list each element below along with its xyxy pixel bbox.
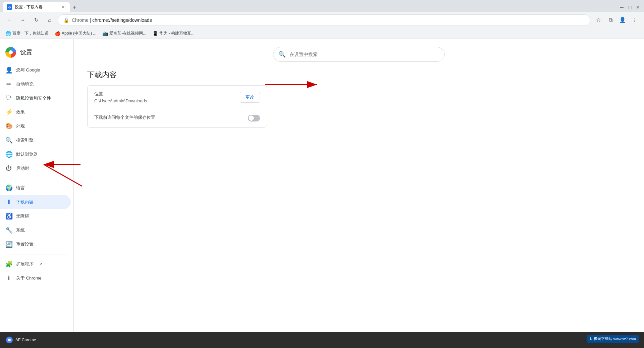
settings-search-wrapper: 🔍 <box>273 47 445 62</box>
content-area: 🔍 下载内容 位置 C:\Users\admin\Downloads 更改 <box>74 39 644 332</box>
taskbar-af-chrome[interactable]: AF Chrome <box>3 335 39 345</box>
sidebar-item-performance[interactable]: ⚡ 效果 <box>0 105 71 119</box>
sidebar-header: 设置 <box>0 44 73 63</box>
sidebar-item-downloads-label: 下载内容 <box>16 199 34 205</box>
watermark: ⬇ 极光下载站 www.xz7.com <box>587 335 639 343</box>
sidebar-item-autofill-label: 自动填充 <box>16 81 34 87</box>
back-button[interactable]: ← <box>4 15 15 26</box>
bookmark-baidu-label: 百度一下，你就知道 <box>12 31 49 36</box>
sidebar-item-privacy-label: 隐私设置和安全性 <box>16 95 51 101</box>
bookmark-iqiyi[interactable]: 📺 爱奇艺-在线视频网... <box>100 29 149 38</box>
main-content: 设置 👤 您与 Google ✏ 自动填充 🛡 隐私设置和安全性 ⚡ 效果 🎨 … <box>0 39 644 332</box>
bookmark-baidu-icon: 🌐 <box>5 31 11 36</box>
sidebar-item-about[interactable]: ℹ 关于 Chrome <box>0 271 71 285</box>
tab-title: 设置 - 下载内容 <box>15 4 58 10</box>
maximize-button[interactable]: □ <box>627 4 633 11</box>
page-title: 下载内容 <box>87 70 631 80</box>
bookmark-huawei[interactable]: 📱 华为 - 构建万物互... <box>150 29 197 38</box>
bookmark-apple[interactable]: 🍎 Apple (中国大陆) ... <box>52 29 99 38</box>
ask-save-row: 下载前询问每个文件的保存位置 <box>88 109 267 127</box>
taskbar-af-chrome-label: AF Chrome <box>15 338 36 342</box>
home-button[interactable]: ⌂ <box>44 15 55 26</box>
profile-button[interactable]: 👤 <box>617 15 628 26</box>
tab-close-button[interactable]: ✕ <box>60 4 66 10</box>
accessibility-icon: ♿ <box>5 212 12 220</box>
title-bar: ⚙ 设置 - 下载内容 ✕ + ─ □ ✕ <box>0 0 644 12</box>
startup-icon: ⏻ <box>5 165 12 172</box>
sidebar-item-reset[interactable]: 🔄 重置设置 <box>0 237 71 251</box>
active-tab[interactable]: ⚙ 设置 - 下载内容 ✕ <box>3 2 70 12</box>
sidebar-item-autofill[interactable]: ✏ 自动填充 <box>0 77 71 91</box>
sidebar-item-accessibility[interactable]: ♿ 无障碍 <box>0 209 71 223</box>
bookmark-apple-label: Apple (中国大陆) ... <box>62 31 96 36</box>
sidebar-item-default-browser[interactable]: 🌐 默认浏览器 <box>0 147 71 161</box>
sidebar-item-language-label: 语言 <box>16 185 25 191</box>
reset-icon: 🔄 <box>5 241 12 248</box>
search-engine-icon: 🔍 <box>5 137 12 144</box>
toolbar: ← → ↻ ⌂ 🔒 Chrome | chrome://settings/dow… <box>0 12 644 28</box>
settings-search-icon: 🔍 <box>278 51 286 58</box>
tab-bar: ⚙ 设置 - 下载内容 ✕ + <box>3 2 619 12</box>
external-link-icon: ↗ <box>39 262 42 266</box>
sidebar-item-extensions[interactable]: 🧩 扩展程序 ↗ <box>0 257 71 271</box>
sidebar-item-google[interactable]: 👤 您与 Google <box>0 63 71 77</box>
toolbar-actions: ☆ ⧉ 👤 ⋮ <box>593 15 640 26</box>
sidebar-item-about-label: 关于 Chrome <box>16 275 42 281</box>
taskbar-chrome-icon <box>5 336 13 344</box>
settings-title: 设置 <box>20 48 32 56</box>
sidebar-item-language[interactable]: 🌍 语言 <box>0 181 71 195</box>
system-icon: 🔧 <box>5 227 12 234</box>
sidebar-item-performance-label: 效果 <box>16 109 25 115</box>
sidebar-item-google-label: 您与 Google <box>16 67 40 73</box>
location-value: C:\Users\admin\Downloads <box>94 98 240 103</box>
location-label: 位置 <box>94 91 240 97</box>
new-tab-button[interactable]: + <box>70 3 79 12</box>
sidebar-item-privacy[interactable]: 🛡 隐私设置和安全性 <box>0 91 71 105</box>
split-screen-button[interactable]: ⧉ <box>605 15 616 26</box>
secure-icon: 🔒 <box>63 17 69 23</box>
privacy-icon: 🛡 <box>5 95 12 102</box>
address-text: Chrome | chrome://settings/downloads <box>72 17 585 23</box>
close-button[interactable]: ✕ <box>635 4 641 11</box>
sidebar-item-startup-label: 启动时 <box>16 165 29 171</box>
bookmark-baidu[interactable]: 🌐 百度一下，你就知道 <box>3 29 51 38</box>
address-bar[interactable]: 🔒 Chrome | chrome://settings/downloads <box>58 14 590 26</box>
watermark-icon: ⬇ <box>589 337 592 341</box>
sidebar-item-system[interactable]: 🔧 系统 <box>0 223 71 237</box>
sidebar-item-reset-label: 重置设置 <box>16 241 34 247</box>
sidebar: 设置 👤 您与 Google ✏ 自动填充 🛡 隐私设置和安全性 ⚡ 效果 🎨 … <box>0 39 74 332</box>
menu-button[interactable]: ⋮ <box>629 15 640 26</box>
autofill-icon: ✏ <box>5 81 12 88</box>
extensions-icon: 🧩 <box>5 260 12 268</box>
address-url: chrome://settings/downloads <box>92 17 152 23</box>
bookmark-apple-icon: 🍎 <box>55 31 60 36</box>
bookmark-button[interactable]: ☆ <box>593 15 604 26</box>
sidebar-item-accessibility-label: 无障碍 <box>16 213 29 219</box>
language-icon: 🌍 <box>5 184 12 192</box>
sidebar-item-startup[interactable]: ⏻ 启动时 <box>0 161 71 175</box>
ask-save-toggle[interactable] <box>248 115 260 121</box>
ask-save-row-left: 下载前询问每个文件的保存位置 <box>94 114 248 122</box>
tab-favicon: ⚙ <box>7 4 12 10</box>
refresh-button[interactable]: ↻ <box>31 15 42 26</box>
sidebar-item-appearance[interactable]: 🎨 外观 <box>0 119 71 133</box>
location-row-left: 位置 C:\Users\admin\Downloads <box>94 91 240 103</box>
bookmark-huawei-label: 华为 - 构建万物互... <box>159 31 195 36</box>
performance-icon: ⚡ <box>5 108 12 116</box>
chrome-logo <box>5 47 16 58</box>
default-browser-icon: 🌐 <box>5 151 12 158</box>
sidebar-item-search[interactable]: 🔍 搜索引擎 <box>0 133 71 147</box>
change-location-button[interactable]: 更改 <box>240 92 260 103</box>
about-icon: ℹ <box>5 275 12 282</box>
sidebar-item-default-browser-label: 默认浏览器 <box>16 151 38 157</box>
minimize-button[interactable]: ─ <box>619 4 625 11</box>
google-icon: 👤 <box>5 66 12 74</box>
forward-button[interactable]: → <box>17 15 28 26</box>
location-row: 位置 C:\Users\admin\Downloads 更改 <box>88 86 267 109</box>
sidebar-item-downloads[interactable]: ⬇ 下载内容 <box>0 195 71 209</box>
ask-save-label: 下载前询问每个文件的保存位置 <box>94 114 248 120</box>
bookmark-huawei-icon: 📱 <box>152 31 158 36</box>
settings-search-input[interactable] <box>273 47 445 62</box>
downloads-icon: ⬇ <box>5 198 12 206</box>
sidebar-item-system-label: 系统 <box>16 227 25 233</box>
